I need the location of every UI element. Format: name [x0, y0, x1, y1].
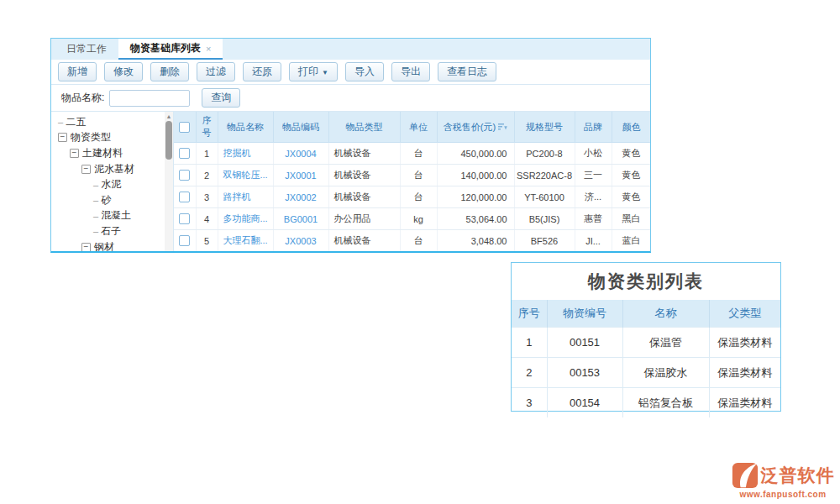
- export-button[interactable]: 导出: [391, 62, 430, 81]
- column-header[interactable]: 含税售价(元): [437, 112, 514, 143]
- tree-node[interactable]: –混凝土: [51, 208, 173, 224]
- cell-type: 机械设备: [328, 186, 400, 208]
- tree-node-label[interactable]: 泥水基材: [94, 162, 134, 176]
- print-button[interactable]: 打印▼: [289, 62, 338, 81]
- tab-daily-work[interactable]: 日常工作: [55, 39, 118, 60]
- sort-icon[interactable]: [498, 123, 507, 133]
- select-all-header: [174, 112, 196, 143]
- cell-spec: B5(JIS): [514, 208, 575, 230]
- row-checkbox[interactable]: [179, 170, 190, 181]
- cell-code: JX0004: [273, 143, 328, 165]
- item-link[interactable]: JX0002: [285, 192, 316, 202]
- item-name-input[interactable]: [109, 90, 190, 107]
- column-header: 物品名称: [218, 112, 273, 143]
- item-link[interactable]: JX0004: [285, 149, 316, 159]
- edit-button[interactable]: 修改: [104, 62, 143, 81]
- tree-line-dash-icon: –: [93, 211, 98, 221]
- cell-checkbox: [174, 143, 196, 165]
- restore-button[interactable]: 还原: [243, 62, 281, 81]
- tree-node-label[interactable]: 石子: [101, 224, 121, 239]
- cell-price: 3,048.00: [437, 230, 514, 252]
- tree-node[interactable]: –石子: [51, 223, 173, 239]
- scrollbar-thumb[interactable]: [165, 121, 172, 160]
- cell-name: 保温胶水: [622, 358, 709, 388]
- column-header-label: 颜色: [622, 122, 641, 132]
- row-checkbox[interactable]: [179, 192, 190, 202]
- item-link[interactable]: 多功能商...: [223, 213, 268, 223]
- cell-parent: 保温类材料: [709, 358, 780, 388]
- tree-node-label[interactable]: 水泥: [101, 177, 121, 192]
- item-link[interactable]: 大理石翻...: [223, 235, 268, 245]
- item-link[interactable]: BG0001: [284, 214, 318, 224]
- tree-line-dash-icon: –: [93, 195, 98, 205]
- fanpu-logo-icon: [732, 462, 759, 489]
- view-log-button[interactable]: 查看日志: [438, 62, 496, 81]
- items-table-panel: 序号物品名称物品编码物品类型单位含税售价(元)规格型号品牌颜色1挖掘机JX000…: [174, 112, 650, 251]
- toolbar: 新增修改删除过滤还原打印▼导入导出查看日志: [51, 60, 650, 85]
- row-checkbox[interactable]: [179, 213, 190, 224]
- search-bar: 物品名称: 查询: [51, 85, 650, 112]
- column-header: 规格型号: [514, 112, 575, 143]
- button-label: 打印: [298, 66, 318, 77]
- cell-color: 黑白: [612, 208, 650, 230]
- tab-label: 日常工作: [66, 42, 107, 56]
- tree-node-label[interactable]: 二五: [66, 115, 86, 129]
- cell-color: 黄色: [612, 186, 650, 208]
- column-header: 单位: [400, 112, 437, 143]
- materials-library-window: 日常工作 物资基础库列表 × 新增修改删除过滤还原打印▼导入导出查看日志 物品名…: [50, 38, 651, 253]
- fanpu-logo: 泛普软件 www.fanpusoft.com: [729, 462, 837, 499]
- row-checkbox[interactable]: [179, 148, 190, 159]
- tree-node-label[interactable]: 钢材: [94, 240, 114, 251]
- scroll-up-icon[interactable]: ▲: [165, 112, 173, 120]
- collapse-toggle-icon[interactable]: −: [70, 149, 79, 158]
- collapse-toggle-icon[interactable]: −: [81, 165, 91, 174]
- cell-code: JX0003: [273, 230, 328, 252]
- close-icon[interactable]: ×: [206, 44, 211, 54]
- row-checkbox[interactable]: [179, 235, 190, 246]
- item-link[interactable]: 双钢轮压...: [223, 170, 268, 180]
- category-row: 200153保温胶水保温类材料: [512, 358, 780, 388]
- add-button[interactable]: 新增: [58, 62, 97, 81]
- button-label: 导出: [401, 66, 421, 77]
- item-link[interactable]: 挖掘机: [223, 148, 251, 158]
- tree-node-label[interactable]: 物资类型: [71, 130, 111, 144]
- cell-name: 双钢轮压...: [218, 165, 273, 186]
- cell-code: 00151: [547, 328, 622, 358]
- filter-button[interactable]: 过滤: [197, 62, 235, 81]
- tree-node[interactable]: −物资类型: [51, 130, 173, 146]
- tree-node-label[interactable]: 砂: [101, 193, 111, 207]
- cell-brand: JI...: [575, 230, 612, 252]
- tree-node[interactable]: –水泥: [51, 176, 173, 192]
- tree-node[interactable]: −钢材: [51, 239, 173, 251]
- import-button[interactable]: 导入: [345, 62, 384, 81]
- query-button[interactable]: 查询: [202, 88, 240, 108]
- cell-spec: BF526: [514, 230, 575, 252]
- logo-text: 泛普软件: [761, 464, 835, 487]
- cell-code: 00153: [547, 358, 622, 388]
- tab-materials-library[interactable]: 物资基础库列表 ×: [118, 39, 223, 60]
- item-link[interactable]: JX0001: [285, 171, 316, 181]
- tree-node[interactable]: –砂: [51, 192, 173, 208]
- delete-button[interactable]: 删除: [150, 62, 189, 81]
- button-label: 修改: [113, 66, 134, 77]
- collapse-toggle-icon[interactable]: −: [81, 243, 91, 251]
- tree-scrollbar[interactable]: ▲: [165, 112, 173, 251]
- column-header: 颜色: [612, 112, 650, 143]
- cell-no: 4: [196, 208, 218, 230]
- cell-color: 黄色: [612, 165, 650, 186]
- item-link[interactable]: 路拌机: [223, 192, 251, 202]
- cell-parent: 保温类材料: [709, 328, 780, 358]
- select-all-checkbox[interactable]: [179, 122, 190, 133]
- cell-checkbox: [174, 230, 196, 252]
- button-label: 导入: [354, 66, 375, 77]
- tree-node[interactable]: −土建材料: [51, 145, 173, 161]
- tree-node[interactable]: –二五: [51, 114, 173, 130]
- tree-node-label[interactable]: 混凝土: [101, 208, 131, 223]
- tree-node-label[interactable]: 土建材料: [82, 146, 123, 160]
- tree-line-dash-icon: –: [93, 226, 98, 236]
- collapse-toggle-icon[interactable]: −: [58, 133, 67, 142]
- cell-no: 5: [196, 230, 218, 252]
- tree-node[interactable]: −泥水基材: [51, 161, 173, 177]
- item-link[interactable]: JX0003: [285, 236, 316, 246]
- caret-down-icon: ▼: [322, 69, 328, 76]
